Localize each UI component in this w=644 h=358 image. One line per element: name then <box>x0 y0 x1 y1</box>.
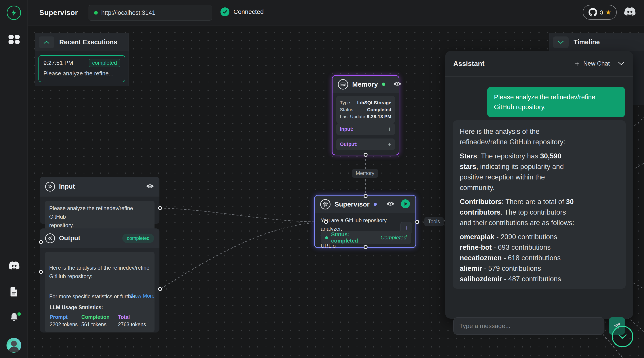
output-node-header[interactable]: Output completed <box>40 228 160 248</box>
memory-update-label: Last Update: <box>340 113 366 120</box>
plus-icon <box>574 61 580 67</box>
contributor-row: necatiozmen - 618 contributions <box>460 253 619 263</box>
llm-stats-title: LLM Usage Statistics: <box>50 304 150 310</box>
contributor-row: salihozdemir - 487 contributions <box>460 274 619 284</box>
edge-label-tools: Tools <box>424 217 444 226</box>
stat-total-value: 2763 tokens <box>118 321 150 327</box>
expand-timeline-button[interactable] <box>553 37 569 48</box>
chevron-down-icon <box>618 333 628 340</box>
edge-label-memory: Memory <box>352 169 378 178</box>
sidebar-discord-icon[interactable] <box>9 261 20 271</box>
memory-node-header[interactable]: Memory <box>332 76 399 93</box>
connected-check-icon <box>220 8 230 16</box>
memory-active-dot <box>382 83 385 86</box>
contributor-list: omeraplak - 2090 contributions refine-bo… <box>460 232 619 284</box>
chevron-up-icon <box>43 40 50 44</box>
memory-output-expand-icon[interactable]: + <box>388 141 391 148</box>
contributor-row: refine-bot - 693 contributions <box>460 242 619 253</box>
collapse-recent-executions-button[interactable] <box>39 37 54 48</box>
input-node-title: Input <box>59 183 142 190</box>
contributor-row: aliemir - 579 contributions <box>460 263 619 274</box>
page-title: Supervisor <box>39 9 78 17</box>
scroll-to-bottom-button[interactable] <box>612 326 633 347</box>
contributor-row: omeraplak - 2090 contributions <box>460 232 619 242</box>
double-chevron-right-icon <box>45 182 55 192</box>
input-node[interactable]: Input Please analyze the refinedev/refin… <box>40 177 160 224</box>
stat-prompt: Prompt 2202 tokens <box>50 314 82 327</box>
memory-output-row[interactable]: Output: + <box>336 139 395 150</box>
stat-prompt-value: 2202 tokens <box>50 321 82 327</box>
chat-message-list[interactable]: Please analyze the refinedev/refine GitH… <box>445 77 633 314</box>
supervisor-node-title: Supervisor <box>334 200 370 208</box>
response-intro: Here is the analysis of the refinedev/re… <box>460 126 619 147</box>
memory-node[interactable]: Memory Type:LibSQLStorage Status:Complet… <box>332 75 399 155</box>
cpu-icon <box>320 199 330 209</box>
supervisor-run-button[interactable] <box>401 199 410 209</box>
execution-preview: Please analyze the refine... <box>44 70 120 77</box>
connection-status-label: Connected <box>234 8 264 16</box>
supervisor-eye-icon[interactable] <box>386 201 394 208</box>
assistant-header: Assistant New Chat <box>445 51 633 77</box>
chat-input-bar <box>445 314 633 338</box>
sidebar-divider <box>0 337 28 337</box>
memory-eye-icon[interactable] <box>393 81 402 88</box>
server-online-dot <box>94 11 98 15</box>
left-sidebar <box>0 0 28 358</box>
recent-executions-panel: Recent Executions 9:27:51 PM completed P… <box>35 33 129 86</box>
chevron-down-icon <box>558 40 564 44</box>
github-smiley-text: :) <box>600 9 603 16</box>
user-message-bubble: Please analyze the refinedev/refine GitH… <box>487 87 625 117</box>
stat-completion-value: 561 tokens <box>82 321 118 327</box>
output-node[interactable]: Output completed Here is the analysis of… <box>40 228 160 332</box>
input-node-header[interactable]: Input <box>40 177 160 196</box>
supervisor-node-header[interactable]: Supervisor <box>315 196 416 213</box>
lightning-bolt-icon <box>10 9 18 17</box>
supervisor-status-text: Status: completed <box>331 231 378 244</box>
output-status-badge: completed <box>122 234 154 243</box>
supervisor-node[interactable]: Supervisor You are a GitHub repository a… <box>314 195 416 248</box>
memory-input-expand-icon[interactable]: + <box>388 126 391 133</box>
app-logo[interactable] <box>7 6 21 20</box>
recent-executions-title: Recent Executions <box>59 39 117 46</box>
chevron-down-icon <box>618 61 625 66</box>
memory-node-title: Memory <box>352 81 378 88</box>
show-more-link[interactable]: Show More <box>45 293 154 299</box>
star-icon: ★ <box>605 9 611 16</box>
assistant-panel-title: Assistant <box>453 60 574 68</box>
memory-info-card: Type:LibSQLStorage Status:Completed Last… <box>336 96 395 123</box>
new-chat-label: New Chat <box>583 60 610 67</box>
user-avatar[interactable] <box>6 338 21 353</box>
discord-link-icon[interactable] <box>624 7 636 17</box>
execution-list-item[interactable]: 9:27:51 PM completed Please analyze the … <box>38 55 125 82</box>
double-chevron-left-icon <box>45 233 55 243</box>
assistant-chat-panel: Assistant New Chat Please analyze the re… <box>445 51 633 319</box>
sidebar-docs-icon[interactable] <box>10 287 18 298</box>
execution-time: 9:27:51 PM <box>44 60 73 67</box>
github-star-button[interactable]: :) ★ <box>583 5 617 20</box>
server-url: http://localhost:3141 <box>101 10 156 16</box>
response-contributors-intro: Contributors: There are a total of 30 co… <box>460 196 619 228</box>
memory-input-label: Input: <box>340 126 354 132</box>
stat-total-label: Total <box>118 314 150 320</box>
memory-status-label: Status: <box>340 106 354 113</box>
supervisor-status-badge: Completed <box>380 234 406 241</box>
status-green-dot <box>325 236 328 239</box>
response-stars: Stars: The repository has 30,590 stars, … <box>460 151 619 193</box>
memory-status-value: Completed <box>367 106 391 113</box>
dashboard-grid-icon[interactable] <box>8 35 20 44</box>
input-eye-icon[interactable] <box>146 183 154 190</box>
collapse-chat-button[interactable] <box>618 61 625 67</box>
stat-total: Total 2763 tokens <box>118 314 150 327</box>
memory-input-row[interactable]: Input: + <box>336 123 395 135</box>
stat-completion-label: Completion <box>82 314 118 320</box>
chat-message-input[interactable] <box>453 317 604 335</box>
stat-prompt-label: Prompt <box>50 314 82 320</box>
assistant-message-bubble: Here is the analysis of the refinedev/re… <box>453 120 626 289</box>
supervisor-status-bar: Status: completed Completed <box>321 231 411 244</box>
memory-type-label: Type: <box>340 99 351 106</box>
new-chat-button[interactable]: New Chat <box>574 60 610 67</box>
github-icon <box>588 8 597 17</box>
output-node-title: Output <box>59 234 118 242</box>
notification-badge <box>18 312 21 316</box>
server-url-box[interactable]: http://localhost:3141 <box>88 5 212 21</box>
